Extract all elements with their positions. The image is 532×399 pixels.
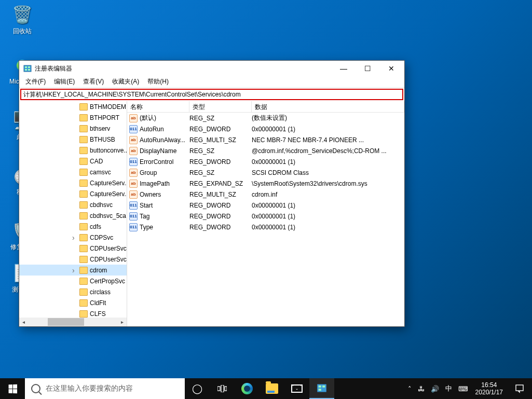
column-header-name[interactable]: 名称 [127, 101, 189, 112]
list-row[interactable]: 011TagREG_DWORD0x00000001 (1) [127, 211, 404, 222]
folder-icon [79, 136, 88, 143]
tree-item[interactable]: BTHPORT [19, 112, 127, 123]
list-row[interactable]: abOwnersREG_MULTI_SZcdrom.inf [127, 189, 404, 200]
list-row[interactable]: 011ErrorControlREG_DWORD0x00000001 (1) [127, 156, 404, 167]
menu-file[interactable]: 文件(F) [21, 76, 50, 87]
tree-item[interactable]: cbdhsvc_5ca... [19, 210, 127, 221]
tree-item[interactable]: cbdhsvc [19, 199, 127, 210]
scroll-right-button[interactable]: ▸ [118, 318, 127, 326]
tree-item[interactable]: camsvc [19, 167, 127, 177]
svg-rect-0 [24, 65, 31, 72]
list-row[interactable]: abImagePathREG_EXPAND_SZ\SystemRoot\Syst… [127, 178, 404, 189]
value-data: cdrom.inf [252, 191, 404, 198]
tree-item[interactable]: CDPUserSvc [19, 243, 127, 254]
column-header-type[interactable]: 类型 [189, 101, 252, 112]
taskbar-mail[interactable] [284, 378, 309, 399]
dword-value-icon: 011 [129, 125, 138, 133]
tree-view[interactable]: BTHMODEMBTHPORTbthservBTHUSBbuttonconve.… [19, 101, 127, 318]
search-placeholder: 在这里输入你要搜索的内容 [46, 384, 133, 393]
tree-item-label: CDPUserSvc [90, 245, 127, 252]
tray-network-icon[interactable]: 🖧 [415, 378, 428, 399]
list-row[interactable]: abAutoRunAlway...REG_MULTI_SZNEC MBR-7 N… [127, 134, 404, 145]
taskbar-regedit[interactable] [309, 378, 334, 399]
titlebar[interactable]: 注册表编辑器 — ☐ ✕ [19, 61, 404, 76]
tray-chevron-up-icon[interactable]: ˄ [405, 378, 415, 399]
menu-help[interactable]: 帮助(H) [143, 76, 173, 87]
tree-item[interactable]: buttonconve... [19, 145, 127, 156]
value-data: (数值未设置) [252, 114, 404, 122]
value-type: REG_DWORD [189, 126, 252, 133]
tree-item[interactable]: cdfs [19, 221, 127, 232]
list-row[interactable]: 011StartREG_DWORD0x00000001 (1) [127, 200, 404, 211]
tree-item[interactable]: CDPSvc [19, 232, 127, 243]
taskbar-search-box[interactable]: 在这里输入你要搜索的内容 [25, 378, 185, 399]
menu-favorites[interactable]: 收藏夹(A) [108, 76, 143, 87]
list-view[interactable]: ab(默认)REG_SZ(数值未设置)011AutoRunREG_DWORD0x… [127, 113, 404, 326]
svg-rect-10 [319, 389, 321, 391]
scrollbar-thumb[interactable] [48, 318, 84, 326]
list-panel: 名称 类型 数据 ab(默认)REG_SZ(数值未设置)011AutoRunRE… [127, 101, 404, 326]
value-data: 0x00000001 (1) [252, 158, 404, 166]
scroll-left-button[interactable]: ◂ [19, 318, 28, 326]
value-data: 0x00000001 (1) [252, 213, 404, 220]
taskbar-edge[interactable] [235, 378, 260, 399]
tray-clock[interactable]: 16:54 2020/1/17 [471, 381, 507, 396]
tree-item[interactable]: cdrom [19, 265, 127, 276]
start-button[interactable] [0, 378, 25, 399]
task-view-button[interactable] [210, 378, 235, 399]
svg-rect-5 [217, 387, 220, 391]
list-row[interactable]: 011TypeREG_DWORD0x00000001 (1) [127, 222, 404, 232]
action-center-button[interactable] [507, 378, 532, 399]
tree-item-label: BTHPORT [90, 114, 119, 121]
folder-icon [79, 310, 88, 318]
svg-rect-11 [322, 386, 325, 388]
close-button[interactable]: ✕ [379, 61, 403, 76]
list-row[interactable]: abGroupREG_SZSCSI CDROM Class [127, 167, 404, 178]
tree-item[interactable]: CaptureServ... [19, 188, 127, 199]
tray-keyboard-icon[interactable]: ⌨ [455, 378, 471, 399]
tree-item-label: CLFS [90, 310, 106, 318]
tree-item[interactable]: CaptureServ... [19, 177, 127, 188]
folder-icon [79, 245, 88, 252]
value-name: Type [140, 224, 189, 231]
tray-ime-indicator[interactable]: 中 [442, 378, 455, 399]
tree-item[interactable]: CAD [19, 156, 127, 167]
string-value-icon: ab [129, 147, 138, 155]
address-bar[interactable]: 计算机\HKEY_LOCAL_MACHINE\SYSTEM\CurrentCon… [20, 89, 403, 100]
horizontal-scrollbar[interactable]: ◂ ▸ [19, 318, 127, 326]
tree-item-label: CertPropSvc [90, 278, 125, 285]
tree-item[interactable]: CDPUserSvc... [19, 254, 127, 265]
svg-rect-8 [317, 384, 326, 392]
tree-item[interactable]: BTHMODEM [19, 101, 127, 112]
column-header-data[interactable]: 数据 [252, 101, 404, 112]
menu-edit[interactable]: 编辑(E) [50, 76, 79, 87]
value-name: ErrorControl [140, 158, 189, 166]
tree-item[interactable]: circlass [19, 286, 127, 297]
list-row[interactable]: ab(默认)REG_SZ(数值未设置) [127, 113, 404, 123]
cortana-button[interactable]: ◯ [185, 378, 210, 399]
tree-item[interactable]: CldFlt [19, 297, 127, 308]
tree-item[interactable]: CLFS [19, 308, 127, 318]
tree-item[interactable]: CertPropSvc [19, 276, 127, 286]
list-row[interactable]: 011AutoRunREG_DWORD0x00000001 (1) [127, 123, 404, 134]
folder-icon [79, 125, 88, 132]
folder-icon [79, 103, 88, 111]
tree-item[interactable]: bthserv [19, 123, 127, 134]
tree-item-label: cbdhsvc [90, 201, 113, 209]
taskbar-file-explorer[interactable] [260, 378, 284, 399]
tree-item[interactable]: BTHUSB [19, 134, 127, 145]
list-row[interactable]: abDisplayNameREG_SZ@cdrom.inf,%cdrom_Ser… [127, 145, 404, 156]
folder-icon [79, 201, 88, 209]
maximize-button[interactable]: ☐ [356, 61, 379, 76]
tree-item-label: CAD [90, 158, 103, 165]
list-header: 名称 类型 数据 [127, 101, 404, 113]
system-tray: ˄ 🖧 🔊 中 ⌨ 16:54 2020/1/17 [405, 378, 532, 399]
value-data: NEC MBR-7 NEC MBR-7.4 PIONEER ... [252, 136, 404, 144]
minimize-button[interactable]: — [332, 61, 356, 76]
desktop-icon-recycle-bin[interactable]: 🗑️ 回收站 [3, 4, 42, 36]
value-type: REG_DWORD [189, 202, 252, 209]
tray-volume-icon[interactable]: 🔊 [428, 378, 442, 399]
dword-value-icon: 011 [129, 158, 138, 166]
value-name: Tag [140, 213, 189, 220]
menu-view[interactable]: 查看(V) [79, 76, 108, 87]
